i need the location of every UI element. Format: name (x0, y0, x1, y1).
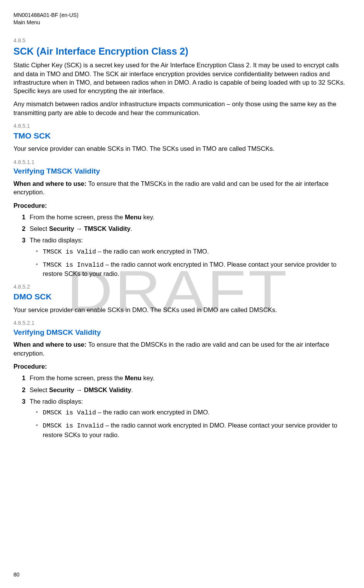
procedure-list: 1 From the home screen, press the Menu k… (22, 213, 351, 278)
section-number: 4.8.5 (13, 37, 351, 44)
procedure-step: 1 From the home screen, press the Menu k… (22, 374, 351, 382)
paragraph: Static Cipher Key (SCK) is a secret key … (13, 61, 351, 95)
heading-tmo-sck: TMO SCK (13, 130, 351, 141)
code-dmsck-invalid: DMSCK is Invalid (43, 422, 104, 429)
paragraph: Your service provider can enable SCKs in… (13, 306, 351, 314)
heading-verifying-dmsck: Verifying DMSCK Validity (13, 327, 351, 337)
step-text: The radio displays: (30, 237, 83, 244)
result-list: TMSCK is Valid – the radio can work encr… (36, 247, 351, 278)
procedure-step: 3 The radio displays: TMSCK is Valid – t… (22, 236, 351, 278)
step-number: 1 (22, 213, 25, 221)
paragraph: Any mismatch between radios and/or infra… (13, 100, 351, 117)
step-text: key. (142, 214, 155, 220)
header-section-title: Main Menu (13, 19, 351, 26)
step-text: From the home screen, press the (30, 214, 125, 220)
page-number: 80 (13, 571, 20, 578)
step-number: 2 (22, 386, 25, 394)
result-list: DMSCK is Valid – the radio can work encr… (36, 408, 351, 439)
section-number: 4.8.5.2.1 (13, 319, 351, 327)
when-where-label: When and where to use: (13, 180, 88, 187)
menu-arrow: → (74, 386, 84, 393)
step-text: From the home screen, press the (30, 374, 125, 381)
section-number: 4.8.5.1.1 (13, 159, 351, 166)
procedure-step: 1 From the home screen, press the Menu k… (22, 213, 351, 221)
list-item: TMSCK is Invalid – the radio cannot work… (36, 260, 351, 278)
list-item: DMSCK is Invalid – the radio cannot work… (36, 421, 351, 439)
list-item: DMSCK is Valid – the radio can work encr… (36, 408, 351, 417)
menu-arrow: → (74, 225, 84, 232)
menu-path-tmsck-validity: TMSCK Validity (84, 225, 130, 232)
when-where-paragraph: When and where to use: To ensure that th… (13, 179, 351, 197)
step-number: 2 (22, 224, 25, 233)
step-number: 3 (22, 397, 25, 406)
header-doc-id: MN001488A01-BF (en-US) (13, 12, 351, 19)
result-text: – the radio can work encrypted in TMO. (96, 248, 209, 255)
section-number: 4.8.5.2 (13, 283, 351, 291)
menu-path-dmsck-validity: DMSCK Validity (84, 386, 131, 393)
step-text: . (131, 386, 133, 393)
list-item: TMSCK is Valid – the radio can work encr… (36, 247, 351, 256)
procedure-step: 2 Select Security → TMSCK Validity. (22, 224, 351, 233)
when-where-label: When and where to use: (13, 341, 88, 348)
menu-path-security: Security (49, 386, 74, 393)
step-number: 1 (22, 374, 25, 382)
step-number: 3 (22, 236, 25, 244)
heading-sck: SCK (Air Interface Encryption Class 2) (13, 45, 351, 58)
step-text: Select (30, 386, 49, 393)
code-tmsck-invalid: TMSCK is Invalid (43, 261, 104, 269)
result-text: – the radio can work encrypted in DMO. (96, 409, 210, 416)
section-number: 4.8.5.1 (13, 122, 351, 130)
procedure-label: Procedure: (13, 201, 351, 210)
procedure-step: 2 Select Security → DMSCK Validity. (22, 386, 351, 394)
menu-key-label: Menu (125, 214, 142, 220)
code-tmsck-valid: TMSCK is Valid (43, 248, 96, 256)
heading-dmo-sck: DMO SCK (13, 291, 351, 302)
step-text: The radio displays: (30, 398, 83, 405)
code-dmsck-valid: DMSCK is Valid (43, 409, 96, 416)
step-text: Select (30, 225, 49, 232)
procedure-list: 1 From the home screen, press the Menu k… (22, 374, 351, 439)
menu-path-security: Security (49, 225, 74, 232)
step-text: key. (142, 374, 155, 381)
paragraph: Your service provider can enable SCKs in… (13, 144, 351, 153)
when-where-paragraph: When and where to use: To ensure that th… (13, 340, 351, 357)
procedure-step: 3 The radio displays: DMSCK is Valid – t… (22, 397, 351, 439)
procedure-label: Procedure: (13, 362, 351, 371)
heading-verifying-tmsck: Verifying TMSCK Validity (13, 166, 351, 176)
menu-key-label: Menu (125, 374, 142, 381)
step-text: . (130, 225, 132, 232)
